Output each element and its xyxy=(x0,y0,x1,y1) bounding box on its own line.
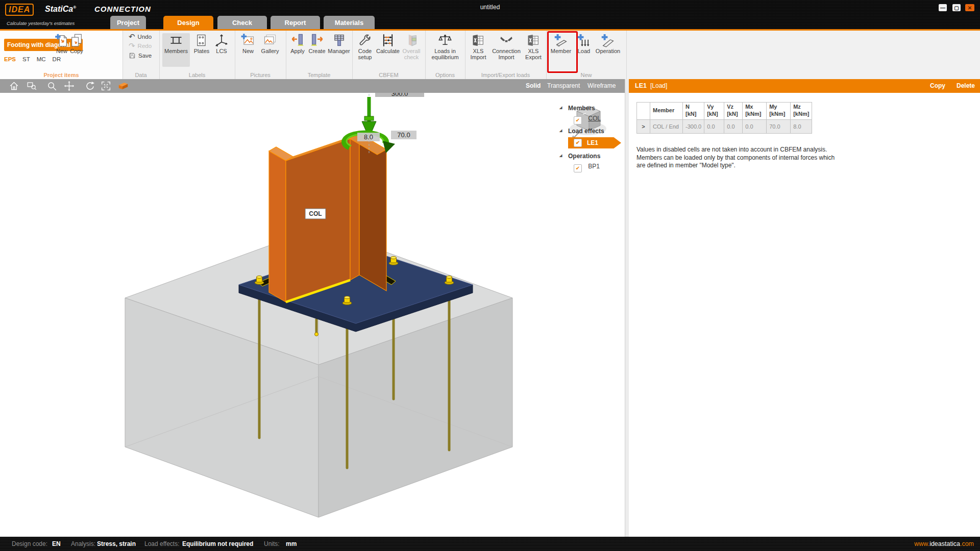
cell-my[interactable]: 70.0 xyxy=(767,120,791,134)
loads-in-equilibrium-label: Loads in equilibrium xyxy=(429,48,461,61)
cell-vz[interactable]: 0.0 xyxy=(724,120,743,134)
render-mode-solid[interactable]: Solid xyxy=(526,82,541,89)
copy-project-item-button[interactable]: Copy xyxy=(68,33,85,54)
cell-n[interactable]: -300.0 xyxy=(683,120,704,134)
lcs-labels-toggle[interactable]: LCS xyxy=(211,33,232,54)
code-setup-button[interactable]: Code setup xyxy=(355,33,375,61)
zoom-window-icon[interactable] xyxy=(27,81,37,91)
gallery-icon xyxy=(263,33,277,47)
delete-load-button[interactable]: Delete xyxy=(957,82,975,89)
cell-mx[interactable]: 0.0 xyxy=(743,120,767,134)
new-operation-icon xyxy=(601,33,615,47)
tree-load-effects-header[interactable]: ◢ Load effects xyxy=(568,128,623,135)
collapse-icon[interactable]: ◢ xyxy=(559,154,562,158)
tree-operations-header[interactable]: ◢ Operations xyxy=(568,153,623,160)
wrench-icon xyxy=(358,33,372,47)
le1-checkbox[interactable]: ✔ xyxy=(574,139,582,147)
maximize-button[interactable]: ▢ xyxy=(952,4,961,11)
new-picture-button[interactable]: New xyxy=(239,33,257,54)
manager-label: Manager xyxy=(328,48,350,54)
label-mz: 8.0 xyxy=(357,133,380,141)
connection-import-button[interactable]: Connection Import xyxy=(489,33,523,61)
tab-design[interactable]: Design xyxy=(163,16,213,29)
tab-materials[interactable]: Materials xyxy=(324,16,375,29)
new-operation-button[interactable]: Operation xyxy=(593,33,623,54)
new-load-button[interactable]: Load xyxy=(576,33,592,54)
col-checkbox[interactable]: ✔ xyxy=(574,116,582,124)
app-window: IDEA StatiCa® Calculate yesterday's esti… xyxy=(0,0,980,551)
cell-member[interactable]: COL / End xyxy=(650,120,683,134)
column-col[interactable] xyxy=(269,134,386,302)
undo-label: Undo xyxy=(138,34,152,40)
tree-item-col[interactable]: ✔ COL xyxy=(574,115,623,124)
members-labels-toggle[interactable]: Members xyxy=(162,33,190,67)
header-my-name: My xyxy=(769,104,788,111)
overall-check-button[interactable]: Overall check xyxy=(400,33,423,61)
code-st[interactable]: ST xyxy=(22,56,30,62)
template-manager-button[interactable]: Manager xyxy=(327,33,351,54)
undo-button[interactable]: ↶ Undo xyxy=(129,34,152,40)
analysis-value[interactable]: Stress, strain xyxy=(97,540,136,547)
xls-export-button[interactable]: XLS Export xyxy=(523,33,544,61)
new-picture-icon xyxy=(241,33,255,47)
rotate-view-icon[interactable] xyxy=(85,81,95,91)
home-view-icon[interactable] xyxy=(9,81,19,91)
load-effects-value[interactable]: Equilibrium not required xyxy=(182,540,253,547)
xls-import-button[interactable]: XLS Import xyxy=(468,33,488,61)
tree-item-le1-selected[interactable]: ✔ LE1 xyxy=(568,137,621,148)
render-mode-wireframe[interactable]: Wireframe xyxy=(587,82,616,89)
bp1-checkbox[interactable]: ✔ xyxy=(574,164,582,172)
copy-load-button[interactable]: Copy xyxy=(930,82,945,89)
group-label-project-items: Project items xyxy=(0,72,122,78)
close-button[interactable]: ✕ xyxy=(965,4,974,11)
3d-viewport[interactable]: 300.0 8.0 70.0 COL xyxy=(0,93,625,537)
loads-in-equilibrium-toggle[interactable]: Loads in equilibrium xyxy=(429,33,461,61)
plates-labels-toggle[interactable]: Plates xyxy=(193,33,210,54)
solid-brick-icon[interactable] xyxy=(118,81,129,91)
save-button[interactable]: Save xyxy=(129,52,152,59)
tree-members-header[interactable]: ◢ Members xyxy=(568,105,623,112)
group-pictures: New Gallery Pictures xyxy=(235,31,286,79)
zoom-icon[interactable] xyxy=(46,81,57,91)
load-table-row[interactable]: > COL / End -300.0 0.0 0.0 0.0 70.0 8.0 xyxy=(637,120,812,134)
pan-icon[interactable] xyxy=(64,81,75,91)
beam-icon xyxy=(169,33,183,47)
tab-check[interactable]: Check xyxy=(217,16,267,29)
collapse-icon[interactable]: ◢ xyxy=(559,129,562,133)
group-labels: Members Plates LCS Labels xyxy=(159,31,235,79)
apply-template-icon xyxy=(290,33,305,47)
units-value[interactable]: mm xyxy=(286,540,297,547)
code-eps[interactable]: EPS xyxy=(4,56,16,62)
header-vy-unit: [kN] xyxy=(707,111,721,118)
row-expander-icon[interactable]: > xyxy=(637,120,650,134)
redo-button[interactable]: ↷ Redo xyxy=(129,43,152,49)
header-vy: Vy[kN] xyxy=(704,103,724,120)
cell-vy[interactable]: 0.0 xyxy=(704,120,724,134)
overall-check-label: Overall check xyxy=(400,48,423,61)
web-prefix: www. xyxy=(914,540,929,547)
analysis-label: Analysis: xyxy=(71,540,95,547)
apply-template-button[interactable]: Apply xyxy=(289,33,306,54)
create-template-button[interactable]: Create xyxy=(307,33,327,54)
tab-report[interactable]: Report xyxy=(271,16,320,29)
lcs-label: LCS xyxy=(216,48,227,54)
website-link[interactable]: www.ideastatica.com xyxy=(914,540,974,547)
cell-mz[interactable]: 8.0 xyxy=(791,120,812,134)
design-code-value[interactable]: EN xyxy=(52,540,61,547)
new-member-button[interactable]: Member xyxy=(549,33,573,54)
new-project-item-button[interactable]: New xyxy=(54,33,69,54)
code-mc[interactable]: MC xyxy=(37,56,46,62)
member-label-col[interactable]: COL xyxy=(305,209,326,219)
tree-item-bp1[interactable]: ✔ BP1 xyxy=(574,163,623,172)
create-template-icon xyxy=(310,33,324,47)
header-n-unit: [kN] xyxy=(685,111,701,118)
collapse-icon[interactable]: ◢ xyxy=(559,106,562,110)
3d-scene: 300.0 8.0 70.0 COL xyxy=(0,93,625,537)
tab-project[interactable]: Project xyxy=(110,16,146,29)
calculate-button[interactable]: Calculate xyxy=(376,33,400,54)
code-dr[interactable]: DR xyxy=(53,56,61,62)
zoom-fit-icon[interactable] xyxy=(101,81,111,91)
render-mode-transparent[interactable]: Transparent xyxy=(547,82,580,89)
minimize-button[interactable]: — xyxy=(939,4,947,11)
gallery-button[interactable]: Gallery xyxy=(259,33,281,54)
